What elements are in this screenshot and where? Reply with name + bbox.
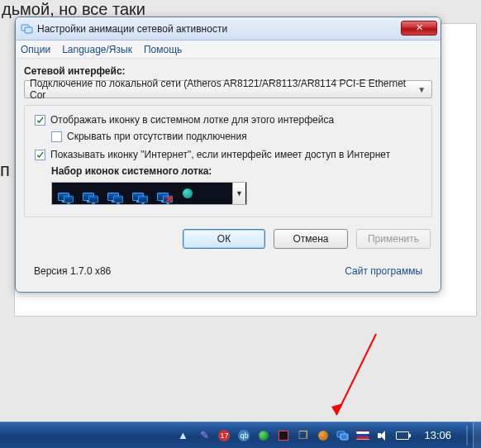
menubar: Опции Language/Язык Помощь	[16, 41, 441, 59]
iconset-selector[interactable]: ▼	[51, 182, 247, 205]
label-show-internet: Показывать иконку "Интернет", если интер…	[50, 149, 390, 160]
tray-orange-icon[interactable]	[317, 429, 330, 442]
menu-help[interactable]: Помощь	[144, 44, 182, 55]
dropdown-value: Подключение по локальной сети (Atheros A…	[30, 78, 415, 101]
tray-language-icon[interactable]	[356, 429, 369, 442]
close-button[interactable]: ✕	[401, 21, 437, 36]
taskbar[interactable]: ▲ ✎ 17 qb ❐ 13:06	[0, 422, 481, 448]
show-desktop-button[interactable]	[473, 422, 481, 449]
chevron-down-icon: ▼	[236, 189, 243, 198]
svg-line-2	[336, 334, 376, 415]
tray-preview-icon	[55, 186, 72, 201]
tray-qb-icon[interactable]: qb	[237, 429, 250, 442]
interface-label: Сетевой интерфейс:	[24, 65, 432, 77]
settings-dialog: Настройки анимации сетевой активности ✕ …	[15, 17, 441, 293]
app-icon	[21, 22, 34, 36]
apply-button: Применить	[356, 229, 431, 249]
cancel-button[interactable]: Отмена	[274, 229, 348, 249]
close-icon: ✕	[416, 22, 423, 33]
annotation-arrow	[326, 329, 384, 428]
row-hide-noconn: Скрывать при отсутствии подключения	[51, 131, 421, 142]
label-show-tray: Отображать иконку в системном лотке для …	[50, 114, 334, 126]
row-show-tray: Отображать иконку в системном лотке для …	[35, 114, 421, 126]
background-text-2: п	[0, 160, 10, 181]
version-text: Версия 1.7.0 x86	[34, 265, 111, 277]
tray-battery-icon[interactable]	[396, 429, 409, 442]
svg-rect-5	[341, 434, 348, 440]
tray-preview-icon	[130, 186, 146, 201]
tray-network-icon[interactable]	[336, 429, 350, 442]
tray-box-icon[interactable]	[277, 429, 290, 442]
system-tray: ▲ ✎ 17 qb ❐ 13:06	[176, 422, 473, 448]
dialog-content: Сетевой интерфейс: Подключение по локаль…	[16, 59, 441, 292]
menu-options[interactable]: Опции	[21, 44, 50, 55]
menu-language[interactable]: Language/Язык	[62, 44, 132, 55]
ok-button[interactable]: ОК	[183, 229, 265, 249]
tray-preview-icon-error	[155, 186, 171, 201]
button-row: ОК Отмена Применить	[24, 229, 432, 249]
label-hide-noconn: Скрывать при отсутствии подключения	[67, 131, 247, 142]
options-group: Отображать иконку в системном лотке для …	[24, 105, 432, 217]
chevron-down-icon: ▼	[415, 85, 428, 94]
row-show-internet: Показывать иконку "Интернет", если интер…	[35, 149, 421, 160]
checkbox-hide-noconn[interactable]	[51, 131, 62, 142]
svg-marker-3	[331, 403, 343, 415]
titlebar[interactable]: Настройки анимации сетевой активности ✕	[16, 17, 441, 41]
checkbox-show-tray[interactable]	[35, 115, 45, 126]
tray-overflow-button[interactable]: ▲	[176, 429, 189, 442]
tray-green-icon[interactable]	[257, 429, 270, 442]
tray-feather-icon[interactable]: ✎	[198, 429, 211, 442]
taskbar-separator	[466, 426, 468, 446]
tray-stack-icon[interactable]: ❐	[297, 429, 310, 442]
iconset-label: Набор иконок системного лотка:	[51, 165, 421, 177]
tray-shield-icon[interactable]: 17	[217, 429, 231, 442]
iconset-dropdown-button[interactable]: ▼	[232, 183, 245, 204]
site-link[interactable]: Сайт программы	[345, 265, 422, 277]
taskbar-clock[interactable]: 13:06	[424, 429, 451, 441]
svg-rect-1	[25, 27, 32, 33]
interface-dropdown[interactable]: Подключение по локальной сети (Atheros A…	[24, 80, 432, 98]
tray-volume-icon[interactable]	[376, 429, 389, 442]
tray-preview-icon	[105, 186, 121, 201]
window-title: Настройки анимации сетевой активности	[37, 23, 401, 35]
checkbox-show-internet[interactable]	[35, 150, 45, 160]
dialog-footer: Версия 1.7.0 x86 Сайт программы	[24, 265, 432, 285]
tray-preview-icon	[80, 186, 97, 201]
tray-preview-globe-icon	[179, 186, 196, 201]
